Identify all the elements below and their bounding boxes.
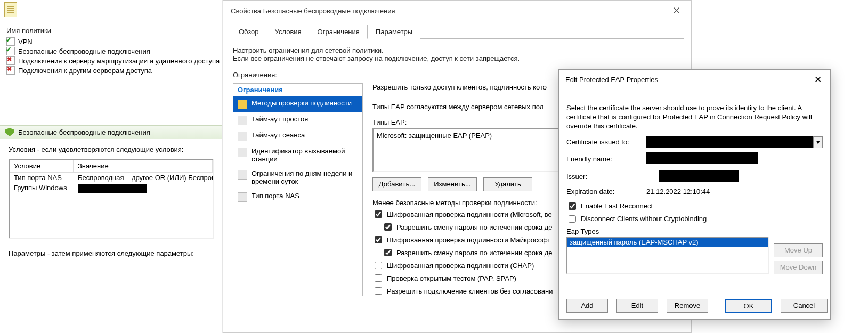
add-button[interactable]: Add: [566, 299, 608, 313]
constraints-item-nasport[interactable]: Тип порта NAS: [233, 189, 362, 205]
friendly-name-value: [646, 152, 823, 166]
constraints-item-auth[interactable]: Методы проверки подлинности: [233, 96, 362, 112]
constraints-item-label: Ограничения по дням недели и времени сут…: [252, 170, 358, 186]
cert-issued-combo[interactable]: ▾: [646, 136, 823, 148]
move-up-button[interactable]: Move Up: [774, 243, 823, 257]
calendar-icon: [238, 170, 247, 180]
expiration-value: 21.12.2022 12:10:44: [646, 188, 823, 196]
parameters-label: Параметры - затем применяются следующие …: [0, 249, 222, 257]
constraints-item-label: Методы проверки подлинности: [252, 100, 352, 108]
document-icon: [4, 2, 17, 17]
no-cryptobinding-checkbox[interactable]: [569, 215, 576, 223]
chk-no-cryptobinding[interactable]: Disconnect Clients without Cryptobinding: [566, 214, 823, 224]
conditions-header-value[interactable]: Значение: [74, 160, 213, 172]
peap-eap-type-item[interactable]: защищенный пароль (EAP-MSCHAP v2): [567, 238, 768, 247]
policy-name: Подключения к другим серверам доступа: [18, 67, 152, 75]
allow-noneg-checkbox[interactable]: [375, 287, 382, 295]
tab-conditions[interactable]: Условия: [267, 25, 310, 39]
policy-status-ok-icon: [6, 47, 15, 55]
issuer-label: Issuer:: [566, 173, 646, 181]
policy-row[interactable]: VPN: [0, 37, 222, 46]
constraints-item-calling[interactable]: Идентификатор вызываемой станции: [233, 144, 362, 167]
cert-issued-label: Certificate issued to:: [566, 138, 646, 146]
eap-types-group-label: Eap Types: [566, 228, 823, 235]
chap-checkbox[interactable]: [375, 262, 382, 269]
conditions-header-condition[interactable]: Условие: [10, 160, 74, 172]
policy-row[interactable]: Подключения к другим серверам доступа: [0, 66, 222, 75]
nps-policies-panel: Имя политики VPN Безопасные беспроводные…: [0, 0, 223, 333]
peap-dialog-title: Edit Protected EAP Properties: [565, 76, 658, 84]
remove-button[interactable]: Удалить: [483, 177, 532, 191]
mschapv2-checkbox[interactable]: [375, 210, 382, 218]
constraints-item-label: Тайм-аут простоя: [252, 116, 308, 124]
policy-row[interactable]: Безопасные беспроводные подключения: [0, 46, 222, 56]
policy-name: Подключения к серверу маршрутизации и уд…: [18, 57, 220, 65]
selected-policy-bar: Безопасные беспроводные подключения: [0, 125, 222, 139]
table-row[interactable]: Группы Windows: [10, 183, 213, 196]
policies-header: Имя политики: [0, 22, 222, 37]
cond-value: Беспроводная – другое OR (ИЛИ) Беспровод: [74, 173, 213, 183]
constraints-item-session[interactable]: Тайм-аут сеанса: [233, 128, 362, 144]
peap-eap-types-list[interactable]: защищенный пароль (EAP-MSCHAP v2): [566, 237, 769, 274]
chevron-down-icon[interactable]: ▾: [813, 136, 823, 148]
expiration-label: Expiration date:: [566, 188, 646, 196]
cond-name: Тип порта NAS: [10, 173, 74, 183]
policy-status-ok-icon: [6, 37, 15, 46]
fast-reconnect-checkbox[interactable]: [569, 202, 576, 210]
policy-list: VPN Безопасные беспроводные подключения …: [0, 37, 222, 77]
policy-name: Безопасные беспроводные подключения: [18, 47, 150, 55]
policy-status-bad-icon: [6, 56, 15, 65]
constraints-desc-1: Настроить ограничения для сетевой полити…: [233, 46, 682, 54]
cond-value: [74, 183, 213, 196]
policy-name: VPN: [18, 38, 33, 46]
constraints-item-label: Идентификатор вызываемой станции: [252, 148, 358, 164]
constraints-nav-header: Ограничения: [233, 84, 362, 96]
selected-policy-name: Безопасные беспроводные подключения: [18, 128, 150, 136]
mschap-checkbox[interactable]: [375, 236, 382, 243]
mschapv2-pwchange-checkbox[interactable]: [384, 223, 392, 231]
cond-name: Группы Windows: [10, 183, 74, 196]
policy-row[interactable]: Подключения к серверу маршрутизации и уд…: [0, 56, 222, 66]
dialog-title: Свойства Безопасные беспроводные подключ…: [231, 7, 395, 15]
table-row[interactable]: Тип порта NAS Беспроводная – другое OR (…: [10, 173, 213, 183]
close-icon[interactable]: ✕: [812, 75, 824, 84]
tabs: Обзор Условия Ограничения Параметры: [231, 24, 684, 39]
constraints-desc-2: Если все ограничения не отвечают запросу…: [233, 54, 682, 62]
policy-status-bad-icon: [6, 66, 15, 75]
peap-properties-dialog: Edit Protected EAP Properties ✕ Select t…: [558, 69, 831, 320]
constraints-item-idle[interactable]: Тайм-аут простоя: [233, 112, 362, 128]
add-button[interactable]: Добавить...: [372, 177, 421, 191]
peap-info-text: Select the certificate the server should…: [566, 104, 823, 131]
chk-fast-reconnect[interactable]: Enable Fast Reconnect: [566, 201, 823, 212]
constraints-item-label: Тип порта NAS: [252, 192, 299, 200]
shield-icon: [5, 128, 14, 136]
clock-icon: [238, 132, 247, 141]
constraints-item-label: Тайм-аут сеанса: [252, 132, 305, 140]
mschap-pwchange-checkbox[interactable]: [384, 249, 392, 256]
edit-button[interactable]: Изменить...: [428, 177, 477, 191]
edit-button[interactable]: Edit: [616, 299, 658, 313]
constraints-nav: Ограничения Методы проверки подлинности …: [233, 83, 363, 296]
station-icon: [238, 148, 247, 157]
issuer-value: [646, 170, 823, 183]
toolbar: [0, 0, 222, 22]
ok-button[interactable]: OK: [725, 299, 772, 313]
remove-button[interactable]: Remove: [667, 299, 708, 313]
pap-checkbox[interactable]: [375, 274, 382, 282]
close-icon[interactable]: ✕: [669, 5, 684, 17]
tab-overview[interactable]: Обзор: [231, 25, 267, 39]
move-down-button[interactable]: Move Down: [774, 261, 823, 274]
tab-parameters[interactable]: Параметры: [368, 25, 420, 39]
constraints-item-daytime[interactable]: Ограничения по дням недели и времени сут…: [233, 167, 362, 189]
tab-constraints[interactable]: Ограничения: [310, 25, 368, 39]
lock-icon: [238, 100, 247, 109]
wifi-icon: [238, 192, 247, 202]
conditions-label: Условия - если удовлетворяются следующие…: [9, 145, 214, 153]
cancel-button[interactable]: Cancel: [781, 299, 828, 313]
conditions-table: Условие Значение Тип порта NAS Беспровод…: [9, 159, 214, 239]
clock-icon: [238, 116, 247, 125]
friendly-name-label: Friendly name:: [566, 155, 646, 163]
